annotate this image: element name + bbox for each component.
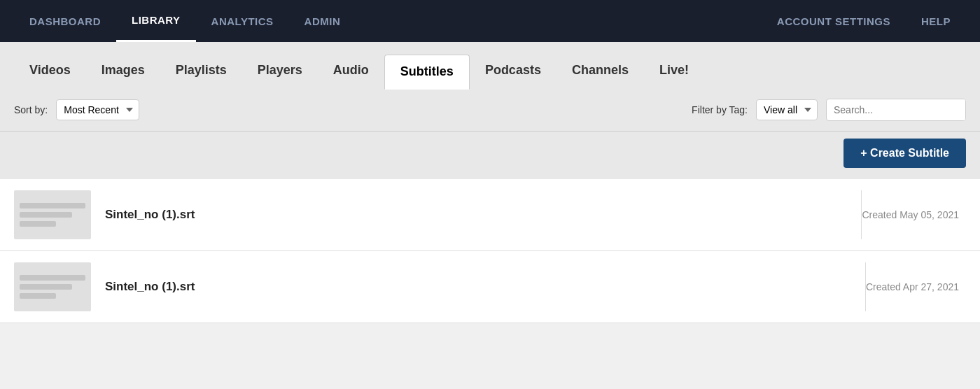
nav-left: DASHBOARD LIBRARY ANALYTICS ADMIN [14, 0, 762, 42]
library-area: Videos Images Playlists Players Audio Su… [0, 42, 980, 89]
item-date: Created May 05, 2021 [862, 209, 966, 220]
item-name: Sintel_no (1).srt [105, 280, 858, 294]
search-input[interactable] [827, 99, 963, 120]
nav-dashboard[interactable]: DASHBOARD [14, 0, 116, 42]
nav-help[interactable]: HELP [906, 0, 966, 42]
tab-podcasts[interactable]: Podcasts [470, 55, 556, 89]
nav-right: ACCOUNT SETTINGS HELP [762, 0, 966, 42]
search-button[interactable] [963, 99, 966, 120]
controls-bar: Sort by: Most Recent Oldest A-Z Z-A Filt… [0, 89, 980, 132]
top-navigation: DASHBOARD LIBRARY ANALYTICS ADMIN ACCOUN… [0, 0, 980, 42]
nav-admin[interactable]: ADMIN [289, 0, 356, 42]
item-name: Sintel_no (1).srt [105, 208, 854, 222]
filter-select[interactable]: View all Tag 1 Tag 2 [756, 99, 818, 120]
tab-images[interactable]: Images [86, 55, 160, 89]
item-thumbnail [14, 262, 91, 311]
tab-audio[interactable]: Audio [318, 55, 384, 89]
thumb-line-1 [20, 203, 85, 208]
thumb-line-1 [20, 275, 85, 281]
tab-playlists[interactable]: Playlists [160, 55, 242, 89]
list-item: Sintel_no (1).srt Created Apr 27, 2021 [0, 251, 980, 323]
tab-videos[interactable]: Videos [14, 55, 86, 89]
item-thumbnail [14, 190, 91, 239]
filter-label: Filter by Tag: [692, 104, 748, 115]
thumb-line-2 [20, 284, 72, 290]
nav-analytics[interactable]: ANALYTICS [196, 0, 289, 42]
list-item: Sintel_no (1).srt Created May 05, 2021 [0, 179, 980, 251]
thumb-line-2 [20, 212, 72, 218]
item-date: Created Apr 27, 2021 [866, 281, 966, 292]
library-tabs: Videos Images Playlists Players Audio Su… [14, 55, 966, 89]
sort-label: Sort by: [14, 104, 48, 115]
subtitle-list: Sintel_no (1).srt Created May 05, 2021 S… [0, 179, 980, 323]
controls-bar-right: Filter by Tag: View all Tag 1 Tag 2 [692, 99, 966, 121]
thumb-line-3 [20, 221, 56, 227]
tab-subtitles[interactable]: Subtitles [384, 55, 470, 90]
sort-select[interactable]: Most Recent Oldest A-Z Z-A [56, 99, 139, 120]
thumb-line-3 [20, 293, 56, 299]
search-box [826, 99, 966, 121]
create-subtitle-button[interactable]: + Create Subtitle [844, 139, 966, 168]
nav-library[interactable]: LIBRARY [116, 0, 196, 42]
tab-channels[interactable]: Channels [556, 55, 644, 89]
tab-live[interactable]: Live! [644, 55, 704, 89]
create-bar: + Create Subtitle [0, 132, 980, 179]
tab-players[interactable]: Players [242, 55, 318, 89]
nav-account-settings[interactable]: ACCOUNT SETTINGS [762, 0, 906, 42]
